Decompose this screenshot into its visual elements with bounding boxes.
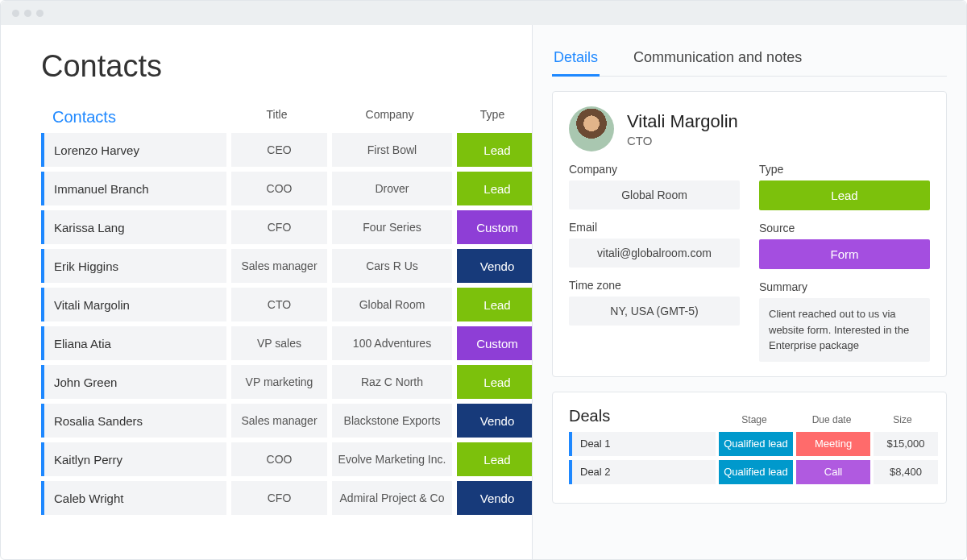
deals-card: Deals Stage Due date Size Deal 1Qualifie… [552,392,947,504]
deal-name: Deal 2 [572,460,716,484]
cell-title: CFO [231,210,327,244]
cell-name: Vitali Margolin [44,288,226,321]
cell-name: Erik Higgins [44,249,226,283]
contacts-pane: Contacts Contacts Title Company Type Lor… [1,25,533,559]
cell-title: CTO [231,288,327,321]
contacts-heading[interactable]: Contacts [52,108,116,126]
table-row[interactable]: Caleb WrightCFOAdmiral Project & CoVendo [41,481,532,515]
cell-name: Caleb Wright [44,481,226,515]
table-row[interactable]: Karissa LangCFOFour SeriesCustom [41,210,532,244]
window-dot [12,10,19,17]
cell-title: CFO [231,481,327,515]
table-row[interactable]: Erik HigginsSales managerCars R UsVendo [41,249,532,283]
table-row[interactable]: Vitali MargolinCTOGlobal RoomLead [41,288,532,321]
cell-type-badge: Custom [457,326,533,360]
column-header-type[interactable]: Type [452,108,533,127]
deal-row[interactable]: Deal 1Qualified leadMeeting$15,000 [569,432,930,456]
cell-title: COO [231,442,327,476]
cell-title: Sales manager [231,404,327,438]
profile-title: CTO [627,134,738,147]
label-email: Email [569,221,740,234]
cell-title: VP sales [231,326,327,360]
deal-name: Deal 1 [572,432,716,456]
deal-column-due[interactable]: Due date [793,414,870,425]
cell-company: 100 Adventures [332,326,452,360]
table-row[interactable]: Rosalia SandersSales managerBlackstone E… [41,404,532,438]
window-dot [36,10,44,17]
details-pane: Details Communication and notes Vitali M… [533,25,966,559]
cell-company: Global Room [332,288,452,321]
cell-type-badge: Lead [457,133,533,167]
page-title: Contacts [41,49,532,84]
value-company[interactable]: Global Room [569,180,740,209]
deal-stage-badge: Qualified lead [719,460,793,484]
value-type-badge[interactable]: Lead [759,180,930,210]
cell-type-badge: Vendo [457,404,533,438]
cell-title: Sales manager [231,249,327,283]
deal-due-badge: Meeting [796,432,870,456]
label-type: Type [759,163,930,176]
tab-details[interactable]: Details [552,41,600,76]
table-row[interactable]: Eliana AtiaVP sales100 AdventuresCustom [41,326,532,360]
deal-size: $15,000 [874,432,938,456]
label-summary: Summary [759,280,930,293]
avatar[interactable] [569,106,614,151]
cell-company: Raz C North [332,365,452,399]
tabs: Details Communication and notes [552,41,947,77]
tab-communication-notes[interactable]: Communication and notes [632,41,803,76]
cell-name: Karissa Lang [44,210,226,244]
cell-company: Evolve Marketing Inc. [332,442,452,476]
cell-name: Eliana Atia [44,326,226,360]
cell-company: Blackstone Exports [332,404,452,438]
cell-company: First Bowl [332,133,452,167]
label-timezone: Time zone [569,279,740,292]
cell-type-badge: Custom [457,210,533,244]
value-source-badge[interactable]: Form [759,239,930,269]
label-company: Company [569,163,740,176]
table-row[interactable]: Immanuel BranchCOODroverLead [41,172,532,205]
deal-column-size[interactable]: Size [870,414,935,425]
cell-type-badge: Vendo [457,249,533,283]
label-source: Source [759,222,930,234]
deal-stage-badge: Qualified lead [719,432,793,456]
cell-title: CEO [231,133,327,167]
deal-row[interactable]: Deal 2Qualified leadCall$8,400 [569,460,930,484]
cell-company: Admiral Project & Co [332,481,452,515]
column-header-company[interactable]: Company [327,108,452,127]
deal-due-badge: Call [796,460,870,484]
table-row[interactable]: John GreenVP marketingRaz C NorthLead [41,365,532,399]
cell-type-badge: Lead [457,288,533,321]
cell-company: Four Series [332,210,452,244]
value-summary[interactable]: Client reached out to us via website for… [759,298,930,362]
cell-name: Rosalia Sanders [44,404,226,438]
profile-name: Vitali Margolin [627,111,738,132]
profile-header: Vitali Margolin CTO [569,106,930,151]
cell-name: Immanuel Branch [44,172,226,205]
deals-heading: Deals [569,407,716,425]
browser-chrome [1,1,966,25]
cell-type-badge: Vendo [457,481,533,515]
contacts-headers: Contacts Title Company Type [41,108,532,133]
table-row[interactable]: Lorenzo HarveyCEOFirst BowlLead [41,133,532,167]
cell-type-badge: Lead [457,365,533,399]
cell-name: Kaitlyn Perry [44,442,226,476]
window-dot [24,10,31,17]
value-timezone[interactable]: NY, USA (GMT-5) [569,297,740,326]
column-header-title[interactable]: Title [226,108,327,127]
value-email[interactable]: vitali@globalroom.com [569,239,740,268]
cell-company: Drover [332,172,452,205]
detail-card: Vitali Margolin CTO Company Global Room … [552,91,947,377]
cell-title: VP marketing [231,365,327,399]
deal-column-stage[interactable]: Stage [716,414,793,425]
contacts-table: Contacts Title Company Type Lorenzo Harv… [41,108,532,515]
cell-company: Cars R Us [332,249,452,283]
cell-name: Lorenzo Harvey [44,133,226,167]
cell-name: John Green [44,365,226,399]
table-row[interactable]: Kaitlyn PerryCOOEvolve Marketing Inc.Lea… [41,442,532,476]
cell-type-badge: Lead [457,172,533,205]
cell-title: COO [231,172,327,205]
cell-type-badge: Lead [457,442,533,476]
deal-size: $8,400 [874,460,938,484]
